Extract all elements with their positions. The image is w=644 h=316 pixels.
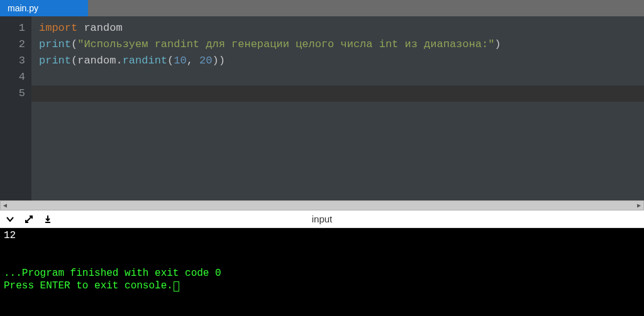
scroll-left-icon[interactable]: ◀	[1, 201, 9, 210]
scroll-right-icon[interactable]: ▶	[635, 201, 643, 210]
code-editor[interactable]: 1 2 3 4 5 import random print("Используе…	[0, 16, 644, 200]
output-line	[4, 254, 640, 267]
tab-bar: main.py	[0, 0, 644, 16]
line-number: 2	[0, 36, 31, 53]
code-line: print(random.randint(10, 20))	[39, 53, 644, 69]
tab-filename: main.py	[8, 3, 38, 13]
line-number: 5	[0, 85, 31, 102]
horizontal-scrollbar[interactable]: ◀ ▶	[0, 200, 644, 210]
code-line: import random	[39, 20, 644, 36]
chevron-down-icon[interactable]	[5, 214, 15, 224]
file-tab-main[interactable]: main.py	[0, 0, 88, 16]
output-finished-line: ...Program finished with exit code 0	[4, 267, 640, 280]
console-toolbar: input	[0, 210, 644, 228]
line-number-gutter: 1 2 3 4 5	[0, 16, 31, 200]
output-line	[4, 242, 640, 254]
output-line: 12	[4, 229, 640, 242]
code-line: print("Используем randint для генерации …	[39, 36, 644, 53]
console-output[interactable]: 12 ...Program finished with exit code 0 …	[0, 228, 644, 316]
download-icon[interactable]	[43, 214, 53, 224]
console-label: input	[312, 214, 333, 224]
line-number: 1	[0, 20, 31, 36]
svg-rect-0	[45, 222, 50, 223]
cursor-icon	[174, 281, 179, 291]
line-number: 4	[0, 69, 31, 85]
code-line-current	[31, 85, 644, 102]
code-line	[39, 69, 644, 85]
line-number: 3	[0, 53, 31, 69]
expand-icon[interactable]	[24, 214, 34, 224]
code-text-area[interactable]: import random print("Используем randint …	[31, 16, 644, 200]
output-prompt-line: Press ENTER to exit console.	[4, 280, 640, 292]
